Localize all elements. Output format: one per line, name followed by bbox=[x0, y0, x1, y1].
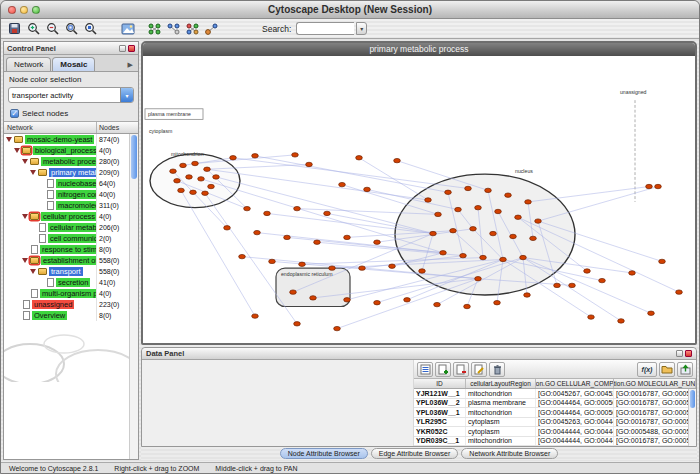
table-cell[interactable]: [GO:0045267, GO:0045261, GO:0044444, G..… bbox=[536, 389, 614, 398]
graph-node[interactable] bbox=[500, 257, 507, 261]
graph-node[interactable] bbox=[460, 253, 467, 257]
snapshot-button[interactable] bbox=[119, 20, 136, 37]
graph-node[interactable] bbox=[404, 298, 411, 302]
tree-scrollbar[interactable] bbox=[129, 134, 138, 459]
graph-node[interactable] bbox=[524, 293, 531, 297]
graph-node[interactable] bbox=[339, 182, 346, 186]
graph-node[interactable] bbox=[190, 190, 197, 194]
zoom-out-button[interactable] bbox=[44, 20, 61, 37]
table-scrollbar-thumb[interactable] bbox=[690, 390, 695, 408]
tree-item-unassigned[interactable]: unassigned223(0) bbox=[4, 299, 138, 310]
graph-node[interactable] bbox=[646, 184, 653, 188]
tree-item-nitrogen-compo[interactable]: nitrogen compo...40(0) bbox=[4, 189, 138, 200]
graph-node[interactable] bbox=[584, 269, 591, 273]
tab-network[interactable]: Network bbox=[6, 57, 51, 71]
table-cell[interactable]: mitochondrion bbox=[466, 389, 536, 398]
graph-node[interactable] bbox=[170, 169, 177, 173]
graph-node[interactable] bbox=[239, 254, 246, 258]
zoom-selected-region-button[interactable] bbox=[63, 20, 80, 37]
tree-expander-icon[interactable] bbox=[30, 269, 36, 274]
tab-edge-attribute-browser[interactable]: Edge Attribute Browser bbox=[371, 448, 459, 459]
tree-expander-icon[interactable] bbox=[22, 214, 28, 219]
tree-item-secretion[interactable]: secretion41(0) bbox=[4, 277, 138, 288]
vizmapper-button[interactable] bbox=[203, 20, 220, 37]
graph-node[interactable] bbox=[435, 212, 442, 216]
tree-item-cellular-process[interactable]: cellular process4(0) bbox=[4, 211, 138, 222]
tree-item-metabolic-process[interactable]: metabolic process280(0) bbox=[4, 156, 138, 167]
graph-node[interactable] bbox=[520, 255, 527, 259]
graph-node[interactable] bbox=[389, 264, 396, 268]
graph-node[interactable] bbox=[490, 231, 497, 235]
search-options-button[interactable]: ▾ bbox=[356, 22, 367, 35]
graph-node[interactable] bbox=[455, 207, 462, 211]
tree-item-biological-process[interactable]: biological_process4(0) bbox=[4, 145, 138, 156]
graph-node[interactable] bbox=[676, 290, 683, 294]
graph-node[interactable] bbox=[425, 198, 432, 202]
graph-node[interactable] bbox=[445, 190, 452, 194]
graph-node[interactable] bbox=[264, 211, 271, 215]
minimize-window-button[interactable] bbox=[20, 6, 28, 14]
graph-node[interactable] bbox=[515, 215, 522, 219]
hide-selected-button[interactable] bbox=[165, 20, 182, 37]
maximize-window-button[interactable] bbox=[32, 6, 40, 14]
graph-node[interactable] bbox=[329, 266, 336, 270]
graph-node[interactable] bbox=[440, 251, 447, 255]
graph-node[interactable] bbox=[554, 283, 561, 287]
graph-node[interactable] bbox=[618, 319, 625, 323]
table-cell[interactable]: [GO:0044444, GO:0044424, G... bbox=[536, 437, 614, 446]
clear-attribute-button[interactable] bbox=[489, 362, 505, 377]
edit-attribute-button[interactable] bbox=[471, 362, 487, 377]
graph-node[interactable] bbox=[269, 259, 276, 263]
graph-node[interactable] bbox=[588, 315, 595, 319]
graph-node[interactable] bbox=[419, 269, 426, 273]
tab-node-attribute-browser[interactable]: Node Attribute Browser bbox=[280, 448, 368, 459]
table-cell[interactable]: cytoplasm bbox=[466, 427, 536, 436]
close-panel-icon[interactable] bbox=[685, 350, 692, 357]
tab-network-attribute-browser[interactable]: Network Attribute Browser bbox=[461, 448, 558, 459]
table-row[interactable]: YLR295Ccytoplasm[GO:0045263, GO:0044444,… bbox=[414, 418, 696, 428]
select-attributes-button[interactable] bbox=[417, 362, 433, 377]
graph-node[interactable] bbox=[464, 304, 471, 308]
graph-node[interactable] bbox=[475, 205, 482, 209]
graph-node[interactable] bbox=[314, 240, 321, 244]
tree-scrollbar-thumb[interactable] bbox=[131, 135, 137, 179]
tree-column-network[interactable]: Network bbox=[4, 122, 97, 133]
graph-node[interactable] bbox=[294, 322, 301, 326]
graph-node[interactable] bbox=[430, 231, 437, 235]
zoom-in-button[interactable] bbox=[25, 20, 42, 37]
tree-item-multi-organism-pro[interactable]: multi-organism pro...4(0) bbox=[4, 288, 138, 299]
table-cell[interactable]: mitochondrion bbox=[466, 408, 536, 417]
graph-node[interactable] bbox=[284, 235, 291, 239]
nucleus-region[interactable] bbox=[395, 174, 575, 295]
graph-node[interactable] bbox=[252, 154, 259, 158]
graph-node[interactable] bbox=[505, 193, 512, 197]
graph-node[interactable] bbox=[204, 167, 211, 171]
table-cell[interactable]: YDR039C__1 bbox=[414, 437, 466, 446]
graph-node[interactable] bbox=[394, 158, 401, 162]
graph-node[interactable] bbox=[174, 179, 181, 183]
tree-item-nucleobase[interactable]: nucleobase...64(0) bbox=[4, 178, 138, 189]
tree-column-nodes[interactable]: Nodes bbox=[97, 122, 138, 133]
graph-node[interactable] bbox=[655, 184, 662, 188]
graph-node[interactable] bbox=[244, 206, 251, 210]
tree-item-transport[interactable]: transport558(0) bbox=[4, 266, 138, 277]
table-cell[interactable]: YPL036W__1 bbox=[414, 408, 466, 417]
search-input[interactable] bbox=[296, 22, 354, 35]
graph-node[interactable] bbox=[470, 227, 477, 231]
graph-node[interactable] bbox=[480, 255, 487, 259]
graph-node[interactable] bbox=[599, 278, 606, 282]
graph-node[interactable] bbox=[475, 276, 482, 280]
graph-node[interactable] bbox=[186, 175, 193, 179]
column-header[interactable]: annotation.GO CELLULAR_COMPONENT bbox=[536, 379, 614, 388]
tree-item-overview[interactable]: Overview8(0) bbox=[4, 310, 138, 321]
graph-node[interactable] bbox=[299, 262, 306, 266]
graph-node[interactable] bbox=[374, 240, 381, 244]
table-cell[interactable]: [GO:0016787, GO:0005488, GO:0005215, G..… bbox=[614, 399, 696, 408]
node-color-attribute-select[interactable]: transporter activity ▾ bbox=[8, 87, 134, 103]
graph-node[interactable] bbox=[494, 300, 501, 304]
column-header[interactable]: ID bbox=[414, 379, 466, 388]
table-cell[interactable]: mitochondrion bbox=[466, 437, 536, 446]
table-cell[interactable]: [GO:0044464, GO:0005624, GO:0044444, G..… bbox=[536, 399, 614, 408]
network-canvas[interactable]: plasma membranecytoplasmmitochondrionnuc… bbox=[143, 56, 695, 343]
table-row[interactable]: YKR052Ccytoplasm[GO:0044444, GO:0044424,… bbox=[414, 427, 696, 437]
